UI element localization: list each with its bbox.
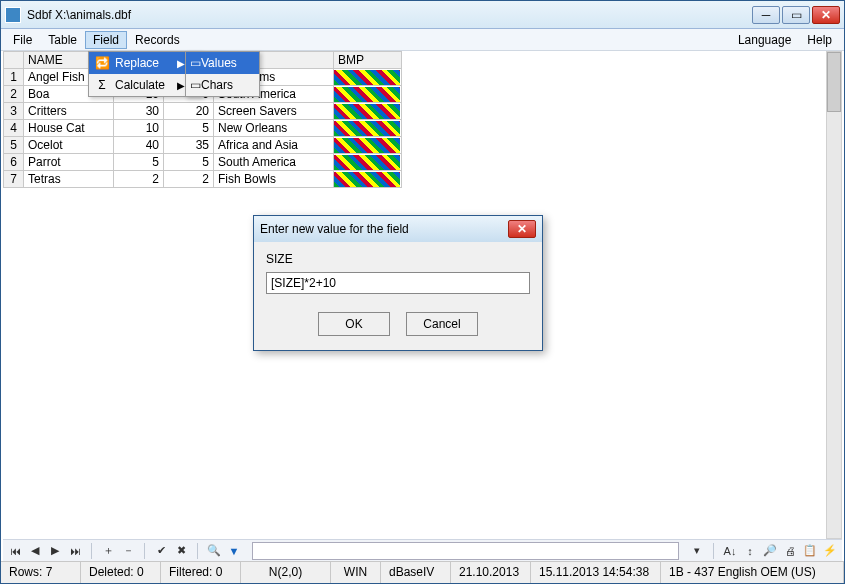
menu-table[interactable]: Table xyxy=(40,31,85,49)
maximize-button[interactable]: ▭ xyxy=(782,6,810,24)
menu-field[interactable]: Field xyxy=(85,31,127,49)
table-row[interactable]: 5Ocelot4035Africa and Asia xyxy=(4,137,402,154)
dialog-close-button[interactable]: ✕ xyxy=(508,220,536,238)
values-icon: ▭ xyxy=(190,56,201,70)
menu-help[interactable]: Help xyxy=(799,31,840,49)
filter-icon[interactable]: ▼ xyxy=(226,543,242,559)
chevron-right-icon: ▶ xyxy=(165,58,185,69)
status-bar: Rows: 7 Deleted: 0 Filtered: 0 N(2,0) WI… xyxy=(1,561,844,583)
cancel-button[interactable]: Cancel xyxy=(406,312,478,336)
find-icon[interactable]: 🔍 xyxy=(206,543,222,559)
bmp-thumbnail xyxy=(334,155,400,170)
prev-record-icon[interactable]: ◀ xyxy=(27,543,43,559)
sort-asc-icon[interactable]: A↓ xyxy=(722,543,738,559)
menu-records[interactable]: Records xyxy=(127,31,188,49)
status-rows: Rows: 7 xyxy=(1,562,81,583)
bmp-thumbnail xyxy=(334,172,400,187)
first-record-icon[interactable]: ⏮ xyxy=(7,543,23,559)
menu-file[interactable]: File xyxy=(5,31,40,49)
dialog-title: Enter new value for the field xyxy=(260,222,508,236)
chevron-right-icon: ▶ xyxy=(165,80,185,91)
status-created: 21.10.2013 xyxy=(451,562,531,583)
delete-record-icon[interactable]: － xyxy=(120,543,136,559)
bmp-thumbnail xyxy=(334,87,400,102)
status-dbtype: dBaseIV xyxy=(381,562,451,583)
next-record-icon[interactable]: ▶ xyxy=(47,543,63,559)
bmp-thumbnail xyxy=(334,138,400,153)
replace-icon: 🔁 xyxy=(93,55,111,71)
calculate-icon: Σ xyxy=(93,77,111,93)
sort-desc-icon[interactable]: ↕ xyxy=(742,543,758,559)
commit-icon[interactable]: ✔ xyxy=(153,543,169,559)
bmp-thumbnail xyxy=(334,70,400,85)
status-filtered: Filtered: 0 xyxy=(161,562,241,583)
export-icon[interactable]: 📋 xyxy=(802,543,818,559)
table-row[interactable]: 7Tetras22Fish Bowls xyxy=(4,171,402,188)
chars-icon: ▭ xyxy=(190,78,201,92)
status-type: N(2,0) xyxy=(241,562,331,583)
bmp-thumbnail xyxy=(334,121,400,136)
table-row[interactable]: 4House Cat105New Orleans xyxy=(4,120,402,137)
search-input[interactable] xyxy=(252,542,679,560)
print-icon[interactable]: 🖨 xyxy=(782,543,798,559)
scrollbar-thumb[interactable] xyxy=(827,52,841,112)
title-bar[interactable]: Sdbf X:\animals.dbf ─ ▭ ✕ xyxy=(1,1,844,29)
dialog-value-input[interactable] xyxy=(266,272,530,294)
replace-submenu: ▭ Values ▭ Chars xyxy=(185,51,260,97)
status-os: WIN xyxy=(331,562,381,583)
col-bmp[interactable]: BMP xyxy=(334,52,402,69)
menu-language[interactable]: Language xyxy=(730,31,799,49)
dialog-title-bar[interactable]: Enter new value for the field ✕ xyxy=(254,216,542,242)
dialog-field-label: SIZE xyxy=(266,252,530,266)
main-window: Sdbf X:\animals.dbf ─ ▭ ✕ File Table Fie… xyxy=(0,0,845,584)
status-deleted: Deleted: 0 xyxy=(81,562,161,583)
submenu-values[interactable]: ▭ Values xyxy=(186,52,259,74)
table-row[interactable]: 6Parrot55South America xyxy=(4,154,402,171)
cancel-icon[interactable]: ✖ xyxy=(173,543,189,559)
close-button[interactable]: ✕ xyxy=(812,6,840,24)
submenu-chars[interactable]: ▭ Chars xyxy=(186,74,259,96)
add-record-icon[interactable]: ＋ xyxy=(100,543,116,559)
row-header-blank xyxy=(4,52,24,69)
ok-button[interactable]: OK xyxy=(318,312,390,336)
bmp-thumbnail xyxy=(334,104,400,119)
table-row[interactable]: 3Critters3020Screen Savers xyxy=(4,103,402,120)
input-dialog: Enter new value for the field ✕ SIZE OK … xyxy=(253,215,543,351)
vertical-scrollbar[interactable] xyxy=(826,51,842,539)
navigation-toolbar: ⏮ ◀ ▶ ⏭ ＋ － ✔ ✖ 🔍 ▼ ▾ A↓ ↕ 🔎 🖨 📋 ⚡ xyxy=(3,539,842,561)
last-record-icon[interactable]: ⏭ xyxy=(67,543,83,559)
status-encoding: 1B - 437 English OEM (US) xyxy=(661,562,844,583)
window-title: Sdbf X:\animals.dbf xyxy=(27,8,752,22)
menu-bar: File Table Field Records Language Help xyxy=(1,29,844,51)
execute-icon[interactable]: ⚡ xyxy=(822,543,838,559)
preview-icon[interactable]: 🔎 xyxy=(762,543,778,559)
app-icon xyxy=(5,7,21,23)
dropdown-icon[interactable]: ▾ xyxy=(689,543,705,559)
minimize-button[interactable]: ─ xyxy=(752,6,780,24)
status-now: 15.11.2013 14:54:38 xyxy=(531,562,661,583)
